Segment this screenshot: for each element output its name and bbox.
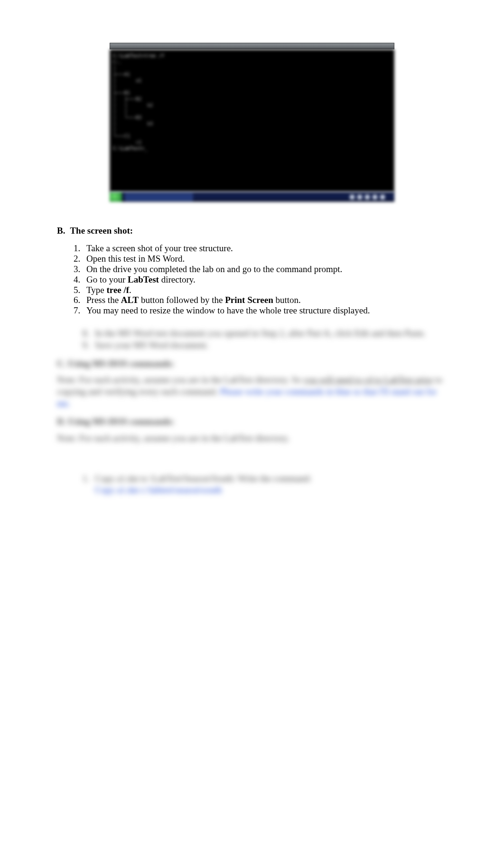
section-title: The screen shot: bbox=[70, 226, 133, 236]
steps-list: Take a screen shot of your tree structur… bbox=[83, 244, 447, 316]
terminal-line: c1 bbox=[113, 139, 391, 145]
bold-term: Print Screen bbox=[225, 295, 273, 305]
obscured-heading: C. Using MS-DOS commands: bbox=[57, 358, 447, 370]
obscured-note: Note: For each activity, assume you are … bbox=[57, 433, 447, 444]
obscured-item: 1.Copy a1.dat to \LabTest\Season\South: … bbox=[57, 473, 447, 496]
bold-term: LabTest bbox=[128, 274, 159, 284]
section-letter: B. bbox=[57, 226, 65, 236]
terminal-line: │ └───B3 bbox=[113, 114, 391, 121]
tray-clock bbox=[388, 195, 392, 199]
terminal-line: │ │ bbox=[113, 108, 391, 114]
terminal-line: │ bbox=[113, 65, 391, 71]
step-item: Type tree /f. bbox=[83, 285, 447, 296]
step-item: Take a screen shot of your tree structur… bbox=[83, 244, 447, 254]
bold-term: tree /f bbox=[106, 285, 129, 295]
taskbar bbox=[110, 192, 394, 202]
terminal-line: └───C1 bbox=[113, 133, 391, 139]
terminal-line: C:\LabTest>_ bbox=[113, 145, 391, 151]
terminal-line: ├───A1 bbox=[113, 71, 391, 77]
terminal-body: C:\LabTest>tree /f C:. │ ├───A1 │ a1 │ ├… bbox=[110, 49, 394, 192]
step-item: Press the ALT button followed by the Pri… bbox=[83, 295, 447, 306]
obscured-content: 8.In the MS Word test document you opene… bbox=[57, 328, 447, 496]
taskbar-item bbox=[125, 193, 193, 201]
bold-term: ALT bbox=[121, 295, 139, 305]
tray-icon bbox=[350, 195, 355, 199]
tray-icon bbox=[380, 195, 385, 199]
terminal-line: │ b3 bbox=[113, 121, 391, 127]
step-item: On the drive you completed the lab on an… bbox=[83, 265, 447, 275]
step-item: Open this test in MS Word. bbox=[83, 254, 447, 265]
tray-icon bbox=[365, 195, 370, 199]
obscured-heading: D. Using MS-DOS commands: bbox=[57, 416, 447, 428]
tray-icon bbox=[373, 195, 377, 199]
start-button-icon bbox=[110, 192, 122, 202]
obscured-step: 8.In the MS Word test document you opene… bbox=[76, 328, 447, 340]
step-item: Go to your LabTest directory. bbox=[83, 275, 447, 285]
terminal-line: │ bbox=[113, 84, 391, 90]
terminal-screenshot: Command Prompt C:\LabTest>tree /f C:. │ … bbox=[110, 43, 394, 202]
obscured-step: 9.Save your MS Word document. bbox=[76, 340, 447, 351]
terminal-line: ├───B1 bbox=[113, 90, 391, 96]
terminal-line: │ a1 bbox=[113, 77, 391, 84]
system-tray bbox=[350, 195, 394, 199]
terminal-line: C:\LabTest>tree /f bbox=[113, 53, 391, 59]
section-b-heading: B.The screen shot: bbox=[57, 226, 447, 236]
obscured-note: Note: For each activity, assume you are … bbox=[57, 374, 447, 409]
terminal-line: │ bbox=[113, 127, 391, 133]
terminal-line: │ │ b2 bbox=[113, 102, 391, 108]
terminal-line: │ ├───B2 bbox=[113, 96, 391, 102]
terminal-titlebar: Command Prompt bbox=[110, 43, 394, 49]
tray-icon bbox=[357, 195, 362, 199]
step-item: You may need to resize the window to hav… bbox=[83, 306, 447, 316]
terminal-line: C:. bbox=[113, 59, 391, 65]
